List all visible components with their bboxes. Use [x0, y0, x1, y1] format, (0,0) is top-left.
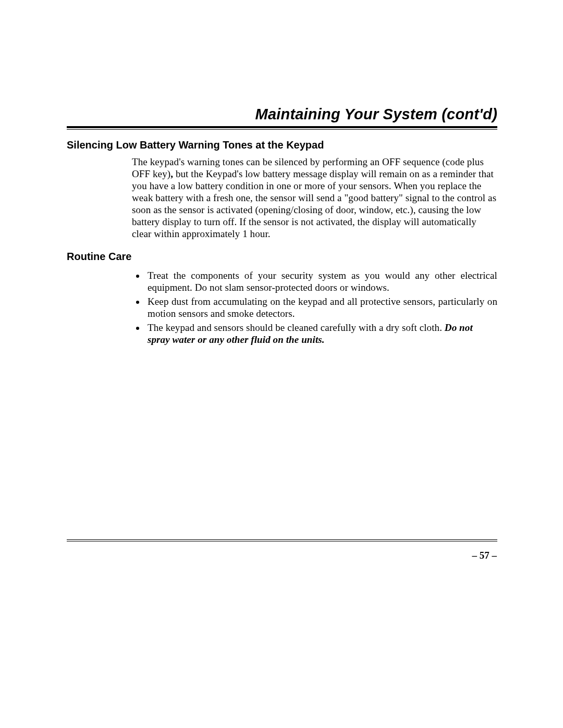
section-heading-routine-care: Routine Care [67, 251, 497, 263]
section1-paragraph: The keypad's warning tones can be silenc… [132, 156, 497, 240]
list-item: The keypad and sensors should be cleaned… [145, 322, 497, 346]
document-page: Maintaining Your System (cont'd) Silenci… [0, 0, 563, 728]
page-title: Maintaining Your System (cont'd) [67, 106, 497, 123]
para-text-part2: but the Keypad's low battery message dis… [132, 168, 496, 239]
page-number: – 57 – [472, 550, 497, 561]
list-item: Treat the components of your security sy… [145, 270, 497, 294]
title-rule [67, 126, 497, 130]
footer-rule [67, 539, 497, 541]
section-heading-silencing: Silencing Low Battery Warning Tones at t… [67, 139, 497, 151]
bullet3-text: The keypad and sensors should be cleaned… [148, 322, 445, 333]
content-area: Maintaining Your System (cont'd) Silenci… [67, 106, 497, 348]
routine-care-list: Treat the components of your security sy… [132, 270, 497, 346]
footer-rule-area [67, 539, 497, 541]
list-item: Keep dust from accumulating on the keypa… [145, 296, 497, 320]
